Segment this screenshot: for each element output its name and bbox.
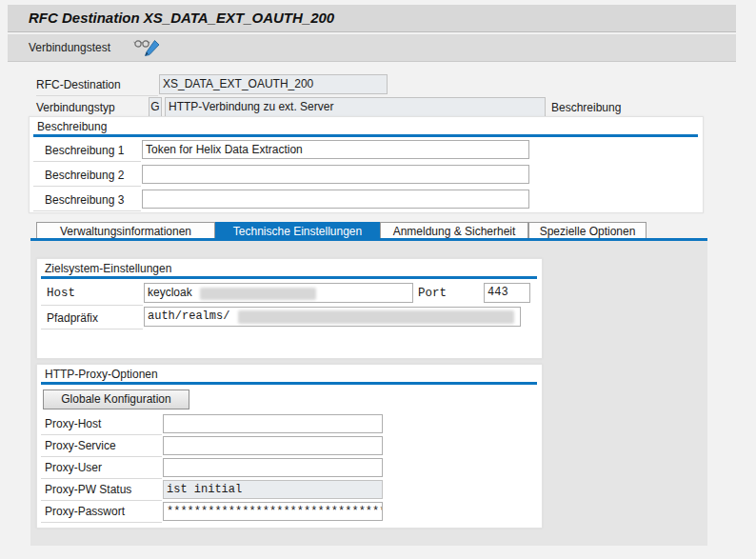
description3-label: Beschreibung 3 bbox=[45, 193, 124, 207]
connection-type-label: Verbindungstyp bbox=[36, 101, 115, 114]
row-separator bbox=[41, 329, 143, 329]
description2-label: Beschreibung 2 bbox=[45, 169, 124, 182]
proxy-service-label: Proxy-Service bbox=[45, 439, 116, 452]
row-separator bbox=[41, 478, 162, 479]
row-separator bbox=[41, 500, 162, 501]
row-separator bbox=[33, 161, 141, 162]
proxy-service-input[interactable] bbox=[163, 436, 383, 455]
proxy-host-input[interactable] bbox=[163, 414, 383, 433]
redaction-blur bbox=[200, 288, 316, 300]
description1-label: Beschreibung 1 bbox=[45, 144, 124, 157]
description1-input[interactable]: Token for Helix Data Extraction bbox=[142, 140, 529, 159]
row-separator bbox=[41, 305, 143, 306]
proxy-password-label: Proxy-Passwort bbox=[45, 505, 125, 518]
proxy-pw-status-label: Proxy-PW Status bbox=[45, 483, 131, 496]
description2-input[interactable] bbox=[142, 165, 529, 184]
global-configuration-button[interactable]: Globale Konfiguration bbox=[43, 389, 189, 409]
description-side-label: Beschreibung bbox=[551, 101, 621, 114]
rfc-destination-field: XS_DATA_EXT_OAUTH_200 bbox=[159, 74, 388, 94]
description-groupbox: Beschreibung Beschreibung 1 Token for He… bbox=[29, 116, 704, 213]
port-input[interactable]: 443 bbox=[484, 283, 530, 303]
row-separator bbox=[41, 456, 162, 457]
rfc-destination-label: RFC-Destination bbox=[36, 78, 121, 91]
host-input[interactable]: keycloak bbox=[144, 283, 413, 303]
window-titlebar: RFC Destination XS_DATA_EXT_OAUTH_200 bbox=[8, 5, 736, 32]
proxy-pw-status-field: ist initial bbox=[163, 480, 383, 499]
http-proxy-groupbox: HTTP-Proxy-Optionen Globale Konfiguratio… bbox=[36, 364, 543, 529]
target-system-groupbox: Zielsystem-Einstellungen Host keycloak P… bbox=[36, 258, 543, 359]
proxy-host-label: Proxy-Host bbox=[45, 417, 101, 430]
row-separator bbox=[33, 186, 141, 187]
row-separator bbox=[33, 210, 141, 211]
description-groupbox-title: Beschreibung bbox=[37, 120, 107, 133]
path-prefix-input[interactable]: auth/realms/ bbox=[144, 307, 521, 327]
proxy-user-input[interactable] bbox=[163, 458, 383, 477]
connection-test-button[interactable]: Verbindungstest bbox=[29, 34, 110, 61]
groupbox-rule bbox=[41, 276, 537, 279]
connection-type-code-field: G bbox=[149, 97, 162, 117]
row-separator bbox=[41, 522, 162, 523]
description3-input[interactable] bbox=[142, 190, 529, 209]
row-separator bbox=[41, 434, 162, 435]
connection-type-text-field: HTTP-Verbindung zu ext. Server bbox=[165, 97, 546, 117]
row-separator bbox=[36, 95, 158, 96]
path-prefix-label: Pfadpräfix bbox=[47, 311, 98, 325]
proxy-password-input[interactable]: ********************************* bbox=[163, 502, 383, 521]
path-prefix-value: auth/realms/ bbox=[148, 309, 229, 323]
host-label: Host bbox=[47, 287, 75, 300]
application-toolbar: Verbindungstest bbox=[8, 34, 736, 62]
groupbox-rule bbox=[41, 382, 537, 385]
port-label: Port bbox=[418, 287, 447, 300]
target-system-title: Zielsystem-Einstellungen bbox=[45, 262, 171, 275]
glasses-pencil-icon[interactable] bbox=[133, 38, 162, 57]
http-proxy-title: HTTP-Proxy-Optionen bbox=[45, 368, 158, 381]
proxy-user-label: Proxy-User bbox=[45, 461, 102, 474]
host-value: keycloak bbox=[148, 286, 192, 299]
page-title: RFC Destination XS_DATA_EXT_OAUTH_200 bbox=[29, 5, 334, 31]
groupbox-rule bbox=[33, 134, 698, 137]
redaction-blur bbox=[238, 310, 514, 324]
